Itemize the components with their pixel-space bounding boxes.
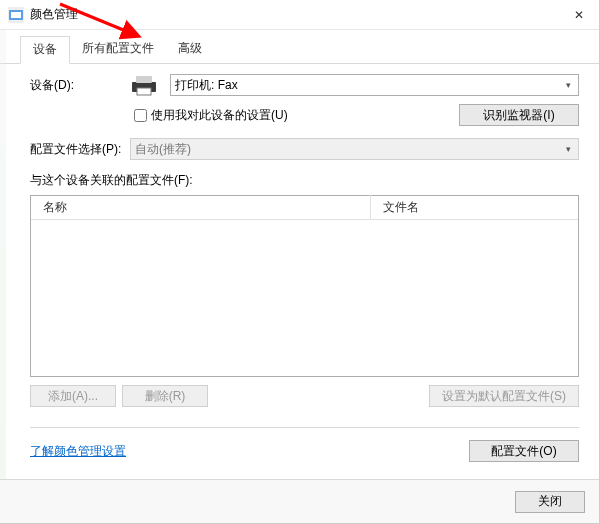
svg-rect-5 [137,88,151,95]
divider [30,427,579,428]
decorative-edge [0,30,6,523]
profile-select-label: 配置文件选择(P): [30,141,130,158]
tab-label: 高级 [178,41,202,55]
dialog-footer: 关闭 [0,479,599,523]
tab-label: 设备 [33,42,57,56]
checkbox-input[interactable] [134,109,147,122]
button-label: 配置文件(O) [491,443,556,460]
tabs: 设备 所有配置文件 高级 [0,30,599,64]
device-select[interactable]: 打印机: Fax ▾ [170,74,579,96]
titlebar: 颜色管理 ✕ [0,0,599,30]
tab-device[interactable]: 设备 [20,36,70,64]
column-name[interactable]: 名称 [31,195,371,220]
close-icon: ✕ [574,8,584,22]
device-select-value: 打印机: Fax [175,77,238,94]
profile-select-value: 自动(推荐) [135,141,191,158]
associated-profiles-label: 与这个设备关联的配置文件(F): [30,172,579,189]
chevron-down-icon: ▾ [560,141,576,157]
bottom-row: 了解颜色管理设置 配置文件(O) [30,438,579,470]
svg-rect-2 [11,12,21,18]
app-icon [8,7,24,23]
button-label: 删除(R) [145,388,186,405]
identify-monitors-button[interactable]: 识别监视器(I) [459,104,579,126]
tab-all-profiles[interactable]: 所有配置文件 [70,36,166,63]
use-my-settings-checkbox[interactable]: 使用我对此设备的设置(U) [130,106,288,125]
listview-header: 名称 文件名 [31,196,578,220]
device-label: 设备(D): [30,77,130,94]
close-dialog-button[interactable]: 关闭 [515,491,585,513]
profile-select-combo: 自动(推荐) ▾ [130,138,579,160]
learn-more-link[interactable]: 了解颜色管理设置 [30,443,126,460]
content-pane: 设备(D): 打印机: Fax ▾ 使用我对此设备的设置(U) [0,64,599,470]
tab-advanced[interactable]: 高级 [166,36,214,63]
profiles-listview[interactable]: 名称 文件名 [30,195,579,377]
window-title: 颜色管理 [30,6,559,23]
profiles-button[interactable]: 配置文件(O) [469,440,579,462]
button-label: 添加(A)... [48,388,98,405]
button-label: 关闭 [538,493,562,510]
list-button-row: 添加(A)... 删除(R) 设置为默认配置文件(S) [30,385,579,407]
printer-icon [130,74,158,96]
remove-button: 删除(R) [122,385,208,407]
checkbox-label: 使用我对此设备的设置(U) [151,107,288,124]
svg-rect-4 [136,76,152,83]
set-default-button: 设置为默认配置文件(S) [429,385,579,407]
button-label: 识别监视器(I) [483,107,554,124]
device-row: 设备(D): 打印机: Fax ▾ [30,74,579,96]
tab-label: 所有配置文件 [82,41,154,55]
column-filename[interactable]: 文件名 [371,195,578,220]
chevron-down-icon: ▾ [560,77,576,93]
button-label: 设置为默认配置文件(S) [442,388,566,405]
add-button: 添加(A)... [30,385,116,407]
close-button[interactable]: ✕ [559,0,599,30]
